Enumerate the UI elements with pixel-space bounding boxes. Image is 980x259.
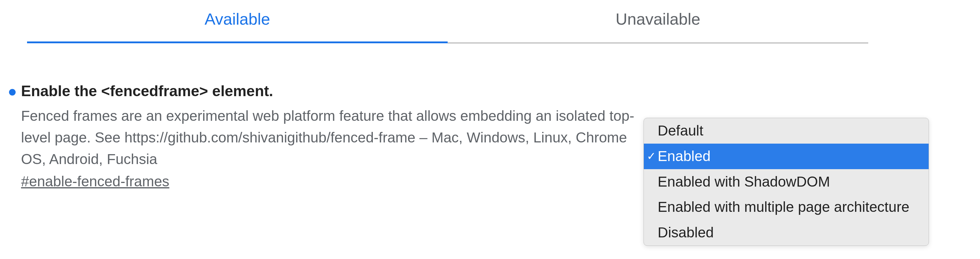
modified-indicator-icon [9,89,16,95]
flag-title: Enable the <fencedframe> element. [21,82,640,100]
flag-text-block: Enable the <fencedframe> element. Fenced… [21,82,640,190]
tab-available[interactable]: Available [27,0,448,43]
flag-description: Fenced frames are an experimental web pl… [21,105,640,170]
dropdown-option[interactable]: Disabled [644,220,929,245]
tab-unavailable[interactable]: Unavailable [448,0,868,43]
dropdown-option[interactable]: Enabled with ShadowDOM [644,169,929,195]
flag-anchor-link[interactable]: #enable-fenced-frames [21,173,169,190]
dropdown-option[interactable]: Default [644,118,929,144]
tabs-container: Available Unavailable [27,0,868,43]
dropdown-option[interactable]: Enabled [644,144,929,169]
flag-state-dropdown[interactable]: DefaultEnabledEnabled with ShadowDOMEnab… [644,118,929,246]
dropdown-option[interactable]: Enabled with multiple page architecture [644,194,929,220]
